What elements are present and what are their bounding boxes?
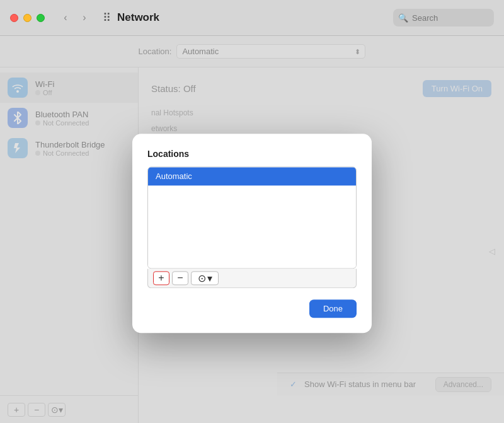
search-box[interactable]: 🔍: [393, 9, 494, 26]
action-gear-icon: ⊙: [198, 272, 206, 284]
minimize-button[interactable]: [23, 14, 32, 22]
remove-location-button[interactable]: −: [172, 271, 188, 285]
titlebar: ‹ › ⠿ Network 🔍: [0, 0, 504, 36]
modal-footer: Done: [147, 299, 357, 318]
grid-icon[interactable]: ⠿: [103, 11, 111, 25]
modal-toolbar: + − ⊙ ▾: [147, 269, 357, 288]
done-button[interactable]: Done: [309, 299, 357, 318]
locations-list: Automatic: [148, 167, 356, 268]
close-button[interactable]: [10, 14, 18, 22]
locations-modal: Locations Automatic + − ⊙ ▾ Done: [132, 134, 372, 333]
search-icon: 🔍: [398, 13, 408, 23]
traffic-lights: [10, 14, 45, 22]
location-item-automatic[interactable]: Automatic: [148, 167, 356, 185]
action-chevron-icon: ▾: [207, 272, 212, 284]
locations-list-container: Automatic: [147, 166, 357, 269]
location-action-button[interactable]: ⊙ ▾: [191, 271, 219, 285]
modal-title: Locations: [147, 149, 357, 159]
nav-arrows: ‹ ›: [57, 9, 93, 26]
forward-button[interactable]: ›: [76, 9, 93, 26]
maximize-button[interactable]: [37, 14, 45, 22]
add-location-button[interactable]: +: [153, 271, 169, 285]
search-input[interactable]: [412, 13, 489, 23]
main-content: Location: Automatic ⬍ Wi-Fi Off: [0, 36, 504, 423]
page-title: Network: [117, 11, 159, 24]
back-button[interactable]: ‹: [57, 9, 74, 26]
